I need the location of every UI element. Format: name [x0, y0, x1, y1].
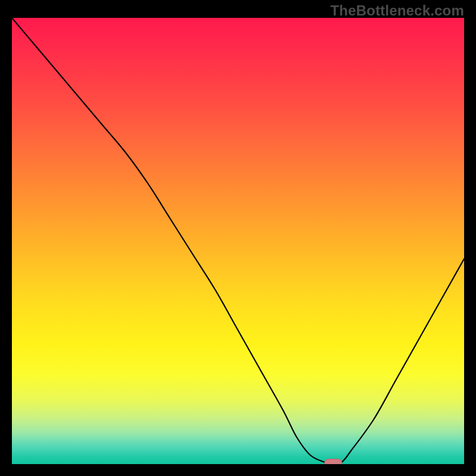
watermark-text: TheBottleneck.com — [330, 2, 464, 19]
curve-path — [12, 18, 464, 464]
chart-frame: TheBottleneck.com — [0, 0, 476, 476]
plot-area — [12, 18, 464, 464]
bottleneck-curve — [12, 18, 464, 464]
optimal-point-marker — [324, 459, 342, 464]
